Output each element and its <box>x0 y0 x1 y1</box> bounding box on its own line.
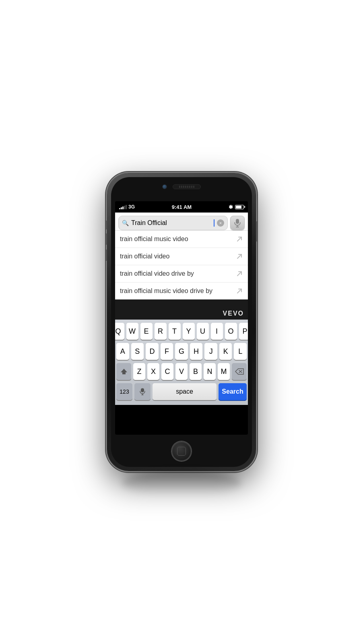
svg-rect-10 <box>141 388 144 392</box>
key-e[interactable]: E <box>140 323 153 340</box>
status-bar: 3G 9:41 AM ✱ <box>115 201 248 213</box>
key-n[interactable]: N <box>204 363 216 380</box>
page-wrapper: 3G 9:41 AM ✱ 🔍 Train Of <box>0 0 363 644</box>
keyboard-row-2: A S D F G H J K L <box>116 343 247 360</box>
search-area: 🔍 Train Official × <box>115 213 248 230</box>
phone-top-bar <box>162 184 201 189</box>
key-i[interactable]: I <box>211 323 223 340</box>
vevo-logo: VEVO <box>223 310 244 317</box>
key-f[interactable]: F <box>161 343 173 360</box>
keyboard-row-3: Z X C V B N M <box>116 363 247 380</box>
key-u[interactable]: U <box>197 323 209 340</box>
svg-line-5 <box>237 272 241 276</box>
key-c[interactable]: C <box>161 363 173 380</box>
earpiece-speaker <box>173 184 201 189</box>
text-cursor <box>214 219 214 227</box>
key-j[interactable]: J <box>204 343 217 360</box>
home-button-inner <box>177 447 186 456</box>
backspace-icon <box>235 368 244 375</box>
key-d[interactable]: D <box>146 343 159 360</box>
suggestions-list: train official music video train officia… <box>115 230 248 299</box>
keyboard: Q W E R T Y U I O P A S <box>115 320 248 405</box>
key-x[interactable]: X <box>147 363 159 380</box>
key-s[interactable]: S <box>131 343 144 360</box>
suggestion-arrow-icon <box>236 253 243 260</box>
key-a[interactable]: A <box>116 343 129 360</box>
suggestion-item[interactable]: train official music video drive by <box>115 283 248 299</box>
phone-shell: 3G 9:41 AM ✱ 🔍 Train Of <box>107 173 256 471</box>
key-w[interactable]: W <box>126 323 138 340</box>
keyboard-row-1: Q W E R T Y U I O P <box>116 323 247 340</box>
microphone-key[interactable] <box>134 383 151 400</box>
mute-button[interactable] <box>105 221 107 229</box>
status-right: ✱ <box>229 204 244 210</box>
key-b[interactable]: B <box>190 363 202 380</box>
numbers-key[interactable]: 123 <box>116 383 132 400</box>
app-background: VEVO <box>115 299 248 320</box>
signal-bar-4 <box>124 206 125 209</box>
search-input[interactable]: Train Official <box>131 219 211 227</box>
clock: 9:41 AM <box>172 204 192 210</box>
battery-fill <box>236 206 241 208</box>
clear-button[interactable]: × <box>217 219 224 227</box>
backspace-key[interactable] <box>232 363 247 380</box>
voice-search-button[interactable] <box>230 216 245 230</box>
svg-rect-0 <box>236 219 239 224</box>
key-p[interactable]: P <box>239 323 248 340</box>
suggestion-text: train official music video drive by <box>120 287 212 295</box>
status-left: 3G <box>119 204 135 210</box>
home-button[interactable] <box>171 441 192 461</box>
space-key[interactable]: space <box>153 383 217 400</box>
signal-strength <box>119 204 127 209</box>
keyboard-row-4: 123 space Search <box>116 383 247 400</box>
suggestion-item[interactable]: train official video <box>115 248 248 265</box>
key-r[interactable]: R <box>155 323 167 340</box>
key-m[interactable]: M <box>218 363 230 380</box>
suggestion-arrow-icon <box>236 287 243 295</box>
svg-line-6 <box>237 289 241 293</box>
key-l[interactable]: L <box>234 343 247 360</box>
signal-bar-3 <box>122 206 124 209</box>
volume-up-button[interactable] <box>105 233 107 245</box>
svg-line-3 <box>237 237 241 241</box>
shift-key[interactable] <box>116 363 131 380</box>
mic-icon <box>140 388 145 395</box>
signal-bar-2 <box>121 207 122 209</box>
search-key[interactable]: Search <box>219 383 247 400</box>
bluetooth-icon: ✱ <box>229 204 233 210</box>
key-g[interactable]: G <box>175 343 188 360</box>
battery-icon <box>235 205 244 209</box>
suggestion-item[interactable]: train official music video <box>115 231 248 248</box>
key-t[interactable]: T <box>169 323 181 340</box>
suggestion-arrow-icon <box>236 235 243 243</box>
suggestion-text: train official video <box>120 253 169 260</box>
signal-bar-1 <box>119 208 120 209</box>
phone-inner: 3G 9:41 AM ✱ 🔍 Train Of <box>111 177 252 467</box>
key-k[interactable]: K <box>219 343 232 360</box>
search-input-container[interactable]: 🔍 Train Official × <box>118 216 228 230</box>
key-o[interactable]: O <box>225 323 237 340</box>
network-type: 3G <box>128 204 135 210</box>
suggestion-arrow-icon <box>236 270 243 277</box>
key-v[interactable]: V <box>175 363 188 380</box>
volume-down-button[interactable] <box>105 250 107 261</box>
key-h[interactable]: H <box>190 343 203 360</box>
key-z[interactable]: Z <box>133 363 145 380</box>
suggestion-item[interactable]: train official video drive by <box>115 265 248 283</box>
phone-screen: 3G 9:41 AM ✱ 🔍 Train Of <box>115 201 248 435</box>
shift-icon <box>120 367 128 376</box>
search-bar-row: 🔍 Train Official × <box>118 216 245 230</box>
power-button[interactable] <box>256 221 258 242</box>
suggestion-text: train official video drive by <box>120 270 194 277</box>
suggestion-text: train official music video <box>120 235 188 243</box>
front-camera <box>162 184 167 189</box>
key-q[interactable]: Q <box>115 323 124 340</box>
svg-line-4 <box>237 254 241 258</box>
key-y[interactable]: Y <box>183 323 195 340</box>
svg-marker-7 <box>121 369 127 374</box>
signal-bar-5 <box>126 205 127 209</box>
search-icon: 🔍 <box>122 220 129 226</box>
